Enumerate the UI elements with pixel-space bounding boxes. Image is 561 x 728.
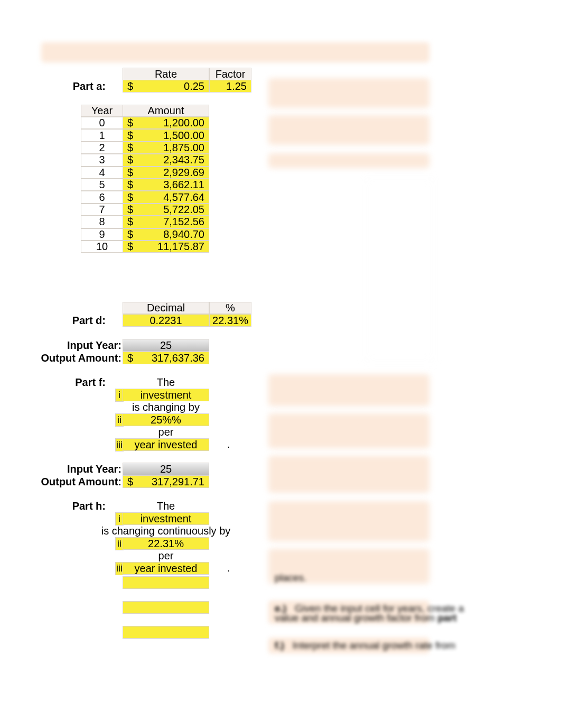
dollar-sign: $ [127,167,133,179]
amount-cell[interactable]: $3,662.11 [123,179,209,191]
amount-cell[interactable]: $5,722.05 [123,204,209,216]
peach-strip-r2 [268,115,429,145]
input-year-1[interactable]: 25 [123,339,209,352]
f-label: f.) [275,640,284,651]
amount-cell[interactable]: $2,343.75 [123,154,209,166]
dollar-sign: $ [127,80,133,93]
dollar-sign: $ [127,228,133,241]
parth-changing: is changing continuously by [105,525,227,537]
year-cell: 8 [81,216,123,228]
part-h-label: Part h: [58,500,106,512]
output-amount-label-2: Output Amount: [37,476,121,488]
dollar-sign: $ [127,204,133,216]
dollar-sign: $ [127,476,133,488]
factor-header: Factor [209,68,251,80]
decimal-cell[interactable]: 0.2231 [123,314,209,327]
pct-cell[interactable]: 22.31% [209,314,251,327]
output-amount-2[interactable]: $ 317,291.71 [123,475,209,488]
amount-value: 2,929.69 [163,167,204,179]
input-year-2[interactable]: 25 [123,463,209,475]
extra-yellow-1[interactable] [123,576,209,589]
input-year-label-2: Input Year: [48,463,121,475]
places-text: places. [275,572,306,584]
amount-value: 4,577.64 [163,191,204,204]
amount-value: 8,940.70 [163,228,204,241]
amount-cell[interactable]: $8,940.70 [123,228,209,241]
year-cell: 0 [81,117,123,129]
amount-cell[interactable]: $11,175.87 [123,241,209,253]
year-cell: 2 [81,142,123,154]
amount-cell[interactable]: $1,875.00 [123,142,209,154]
partf-i-val[interactable]: investment [123,389,209,401]
amount-header: Amount [123,105,209,117]
partf-ii-val[interactable]: 25%% [123,413,209,426]
extra-yellow-3[interactable] [123,626,209,639]
partf-changing: is changing by [123,401,209,413]
amount-cell[interactable]: $1,200.00 [123,117,209,129]
output-amount-1[interactable]: $ 317,637.36 [123,352,209,364]
dollar-sign: $ [127,154,133,166]
e-line2: value and annual growth factor from part [275,612,456,624]
parth-the: The [123,500,209,512]
dollar-sign: $ [127,241,133,253]
amount-value: 5,722.05 [163,204,204,216]
partf-per: per [123,426,209,438]
amount-value: 2,343.75 [163,154,204,166]
dollar-sign: $ [127,130,133,142]
extra-yellow-2[interactable] [123,601,209,614]
amount-value: 11,175.87 [157,241,204,253]
peach-strip-r7 [268,501,429,541]
peach-strip-r1 [268,78,429,108]
f-line1: f.) Interpret the annual growth rate fro… [275,640,455,651]
parth-i-val[interactable]: investment [123,512,209,525]
amount-value: 1,875.00 [163,142,204,154]
parth-iii-val[interactable]: year invested [123,562,209,575]
f-text1: Interpret the annual growth rate from [293,640,455,651]
rate-cell[interactable]: $ 0.25 [123,80,209,93]
amount-cell[interactable]: $4,577.64 [123,191,209,203]
peach-strip-r4 [268,374,429,406]
factor-cell[interactable]: 1.25 [209,80,251,93]
parth-per: per [123,550,209,562]
parth-period: . [227,562,230,574]
amount-cell[interactable]: $1,500.00 [123,129,209,141]
year-cell: 3 [81,154,123,166]
output-amount-2-value: 317,291.71 [152,476,204,488]
peach-strip-r3 [268,153,429,168]
amount-cell[interactable]: $2,929.69 [123,167,209,179]
dollar-sign: $ [127,179,133,191]
rate-header: Rate [123,68,209,80]
partf-iii-val[interactable]: year invested [123,438,209,451]
decimal-header: Decimal [123,302,209,314]
peach-strip [41,42,429,62]
output-amount-label-1: Output Amount: [37,352,121,364]
amount-cell[interactable]: $7,152.56 [123,216,209,228]
amount-value: 3,662.11 [163,179,204,191]
input-year-label-1: Input Year: [48,339,121,352]
dollar-sign: $ [127,352,133,364]
partf-the: The [123,376,209,389]
dollar-sign: $ [127,117,133,129]
pct-header: % [209,302,251,314]
e-text2: value and annual growth factor from [275,612,435,623]
dollar-sign: $ [127,191,133,204]
dollar-sign: $ [127,142,133,154]
part-a-label: Part a: [58,80,106,93]
year-cell: 7 [81,204,123,216]
dollar-sign: $ [127,216,133,228]
chart-placeholder [364,177,434,363]
year-header: Year [81,105,123,117]
year-cell: 10 [81,241,123,253]
rate-value: 0.25 [184,80,204,93]
peach-strip-r5 [268,413,429,448]
year-cell: 5 [81,179,123,191]
parth-ii-val[interactable]: 22.31% [123,537,209,550]
year-cell: 4 [81,167,123,179]
year-cell: 1 [81,129,123,141]
output-amount-1-value: 317,637.36 [152,352,204,364]
peach-strip-r6 [268,456,429,493]
part-d-label: Part d: [58,315,106,327]
e-part: part [437,612,456,623]
amount-value: 1,500.00 [163,130,204,142]
amount-value: 7,152.56 [163,216,204,228]
